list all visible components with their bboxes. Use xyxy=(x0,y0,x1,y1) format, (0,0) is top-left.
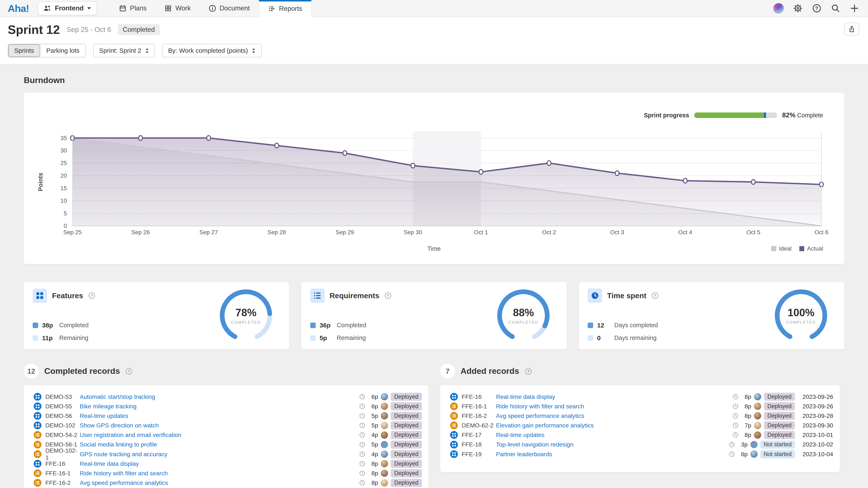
record-link[interactable]: Bike mileage tracking xyxy=(80,403,136,410)
record-link[interactable]: Show GPS direction on watch xyxy=(80,422,159,429)
record-link[interactable]: Real-time updates xyxy=(496,431,545,438)
clock-icon xyxy=(359,432,365,438)
clock-icon xyxy=(733,394,739,400)
record-row: FFE-16Real-time data display8pDeployed xyxy=(24,459,429,468)
filter-bar: Sprints Parking lots Sprint: Sprint 2 By… xyxy=(8,44,860,57)
record-row: DEMO-53Automatic start/stop tracking6pDe… xyxy=(24,392,429,401)
record-id: DEMO-102 xyxy=(45,422,80,429)
tab-reports[interactable]: Reports xyxy=(259,0,312,18)
tab-work[interactable]: Work xyxy=(156,0,199,17)
burndown-section-title: Burndown xyxy=(24,76,844,85)
record-points: 4p xyxy=(368,451,378,458)
feature-icon xyxy=(34,460,41,468)
record-id: DEMO-56 xyxy=(45,412,80,419)
feature-icon xyxy=(450,393,458,401)
tab-document[interactable]: Document xyxy=(199,0,259,17)
status-badge: Deployed xyxy=(764,431,795,439)
record-points: 5p xyxy=(368,422,378,429)
help-icon[interactable]: ? xyxy=(812,4,822,13)
sprint-select[interactable]: Sprint: Sprint 2 xyxy=(93,44,155,57)
feature-icon xyxy=(34,402,41,410)
clock-icon xyxy=(359,413,365,419)
requirement-icon xyxy=(34,469,41,477)
record-id: FFE-16-2 xyxy=(462,412,496,419)
help-circle-icon[interactable]: ? xyxy=(525,368,532,375)
record-link[interactable]: Partner leaderboards xyxy=(496,451,552,458)
completion-gauge: 78%COMPLETED xyxy=(217,287,275,345)
record-link[interactable]: Ride history with filter and search xyxy=(496,403,584,410)
tab-plans[interactable]: Plans xyxy=(110,0,155,17)
record-points: 8p xyxy=(368,479,378,486)
status-badge: Deployed xyxy=(764,421,795,429)
record-id: DEMO-54-2 xyxy=(45,431,80,438)
assignee-avatar xyxy=(381,451,388,458)
sprint-select-value: Sprint: Sprint 2 xyxy=(99,47,141,54)
sprints-tab[interactable]: Sprints xyxy=(8,44,40,57)
sort-arrows-icon xyxy=(145,48,149,54)
requirements-card: Requirements ? 36p Completed 5p Remainin… xyxy=(301,282,567,350)
record-points: 8p xyxy=(368,460,378,467)
summary-cards: Features ? 38p Completed 11p Remaining 7… xyxy=(24,282,844,350)
record-link[interactable]: User registration and email verification xyxy=(80,431,181,438)
aha-logo[interactable]: Aha! xyxy=(8,3,29,14)
group-by-select[interactable]: By: Work completed (points) xyxy=(162,44,261,57)
record-points: 6p xyxy=(738,451,748,458)
svg-text:?: ? xyxy=(815,6,818,11)
status-badge: Deployed xyxy=(391,460,422,468)
record-id: DEMO-53 xyxy=(45,393,80,400)
chart-legend: Ideal Actual xyxy=(771,245,823,252)
record-row: FFE-18Top-level navigation redesign3pNot… xyxy=(440,440,840,449)
status-badge: Deployed xyxy=(391,393,422,401)
record-row: DEMO-56Real-time updates5pDeployed xyxy=(24,411,429,421)
legend-days-completed: 12 Days completed xyxy=(588,322,658,329)
legend-completed: 36p Completed xyxy=(310,322,366,329)
clock-icon xyxy=(359,442,365,448)
assignee-avatar xyxy=(754,412,761,419)
record-link[interactable]: Elevation gain performance analytics xyxy=(496,422,594,429)
parking-lots-tab[interactable]: Parking lots xyxy=(40,44,86,57)
record-row: FFE-16Real-time data display8pDeployed20… xyxy=(440,392,840,401)
requirement-icon xyxy=(34,431,41,439)
search-icon[interactable] xyxy=(831,4,840,13)
svg-text:Oct 5: Oct 5 xyxy=(746,229,761,235)
export-button[interactable] xyxy=(844,23,859,35)
help-circle-icon[interactable]: ? xyxy=(125,368,133,375)
create-plus-icon[interactable] xyxy=(850,4,859,13)
svg-text:10: 10 xyxy=(61,197,67,204)
svg-text:?: ? xyxy=(654,294,656,298)
user-avatar[interactable] xyxy=(773,3,784,14)
assignee-avatar xyxy=(381,431,388,438)
record-points: 3p xyxy=(738,441,748,448)
record-link[interactable]: Top-level navigation redesign xyxy=(496,441,574,448)
settings-gear-icon[interactable] xyxy=(793,4,803,13)
time-spent-clock-icon xyxy=(588,289,602,303)
clock-icon xyxy=(729,442,735,448)
legend-ideal: Ideal xyxy=(771,245,792,252)
workspace-switcher[interactable]: Frontend xyxy=(38,1,97,15)
help-circle-icon[interactable]: ? xyxy=(88,292,95,299)
x-axis-title: Time xyxy=(24,245,844,252)
assignee-avatar xyxy=(754,393,761,400)
assignee-avatar xyxy=(754,431,761,438)
records-section: 12 Completed records ? DEMO-53Automatic … xyxy=(24,364,844,488)
record-date: 2023-10-04 xyxy=(798,451,833,458)
status-badge: Not started xyxy=(761,450,795,458)
record-link[interactable]: Real-time updates xyxy=(80,412,128,419)
record-link[interactable]: Automatic start/stop tracking xyxy=(80,393,155,400)
record-link[interactable]: Ride history with filter and search xyxy=(80,470,167,477)
record-link[interactable]: GPS route tracking and accuracy xyxy=(80,451,167,458)
record-link[interactable]: Social media linking to profile xyxy=(80,441,157,448)
record-link[interactable]: Avg speed performance analytics xyxy=(496,412,585,419)
help-circle-icon[interactable]: ? xyxy=(651,292,659,299)
clock-icon xyxy=(733,422,739,428)
record-link[interactable]: Real-time data display xyxy=(80,460,139,467)
record-link[interactable]: Avg speed performance analytics xyxy=(80,479,168,486)
calendar-icon xyxy=(119,4,127,12)
record-points: 5p xyxy=(368,441,378,448)
record-link[interactable]: Real-time data display xyxy=(496,393,555,400)
assignee-avatar xyxy=(381,441,388,448)
help-circle-icon[interactable]: ? xyxy=(384,292,392,299)
clock-icon xyxy=(729,451,735,457)
record-row: DEMO-56-1Social media linking to profile… xyxy=(24,440,429,449)
completed-count-badge: 12 xyxy=(24,364,39,379)
